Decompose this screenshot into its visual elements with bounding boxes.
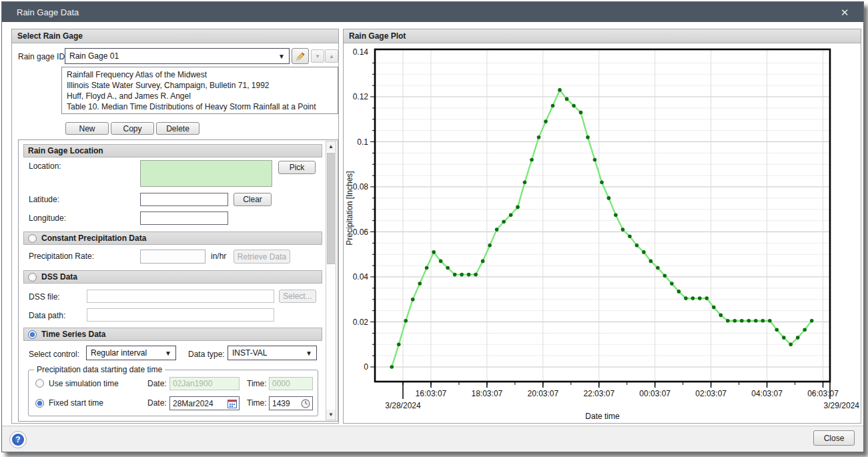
data-point-marker: [705, 296, 709, 300]
data-path-label: Data path:: [29, 311, 65, 320]
data-point-marker: [523, 181, 527, 185]
copy-button[interactable]: Copy: [111, 122, 154, 135]
data-point-marker: [439, 260, 443, 264]
plot-tick-labels: 00.020.040.060.080.10.120.1416:03:0718:0…: [345, 47, 859, 422]
plot-axes: [375, 49, 830, 382]
next-gage-button[interactable]: ▲: [325, 49, 338, 63]
sim-time-label: Time:: [247, 379, 267, 388]
chevron-down-icon: ▼: [278, 53, 285, 60]
precip-rate-unit: in/hr: [211, 252, 226, 261]
sim-date-label: Date:: [147, 379, 167, 388]
data-point-marker: [642, 250, 646, 254]
svg-text:3/28/2024: 3/28/2024: [385, 401, 421, 410]
svg-text:0.08: 0.08: [353, 182, 369, 191]
data-point-marker: [621, 227, 625, 232]
longitude-field[interactable]: [140, 211, 228, 225]
location-field[interactable]: [140, 160, 272, 187]
data-point-marker: [502, 220, 506, 224]
use-simulation-time-radio[interactable]: [35, 379, 44, 388]
data-point-marker: [446, 266, 450, 270]
data-point-marker: [628, 235, 632, 239]
precip-rate-field[interactable]: [140, 250, 205, 264]
data-point-marker: [691, 296, 695, 300]
retrieve-data-button[interactable]: Retrieve Data: [234, 250, 290, 264]
description-line: Table 10. Median Time Distributions of H…: [67, 101, 333, 112]
calendar-icon[interactable]: [228, 399, 237, 408]
svg-text:0.06: 0.06: [353, 227, 369, 237]
fixed-start-time-label: Fixed start time: [49, 398, 103, 408]
data-point-marker: [425, 266, 429, 270]
delete-button[interactable]: Delete: [156, 122, 199, 135]
dialog-footer: ? Close: [2, 426, 863, 452]
fixed-start-time-radio[interactable]: [35, 399, 44, 408]
data-point-marker: [719, 314, 723, 318]
data-point-marker: [481, 260, 485, 264]
settings-scrollbar[interactable]: ▲ ▼: [326, 141, 336, 420]
window-title: Rain Gage Data: [17, 7, 79, 17]
data-point-marker: [593, 158, 597, 162]
data-type-combobox[interactable]: INST-VAL ▼: [228, 346, 317, 360]
sim-date-field: 02Jan1900: [169, 377, 240, 390]
rain-gage-id-value: Rain Gage 01: [69, 51, 119, 61]
pick-button[interactable]: Pick: [278, 161, 316, 174]
data-point-marker: [761, 319, 765, 323]
start-datetime-group: Precipitation data starting date time Us…: [28, 370, 318, 416]
location-label: Location:: [29, 161, 61, 171]
latitude-field[interactable]: [140, 193, 228, 206]
scroll-up-icon[interactable]: ▲: [326, 141, 336, 151]
previous-gage-button[interactable]: ▼: [311, 49, 324, 63]
scroll-down-icon[interactable]: ▼: [326, 410, 336, 420]
rain-gage-plot-panel: Rain Gage Plot 00.020.040.060.080.10.120…: [343, 29, 861, 424]
select-control-combobox[interactable]: Regular interval ▼: [86, 346, 176, 360]
precipitation-line: [392, 90, 811, 367]
chevron-down-icon: ▼: [165, 350, 171, 357]
rain-gage-data-dialog: Rain Gage Data ✕ Select Rain Gage Rain g…: [1, 1, 864, 452]
data-path-field[interactable]: [87, 308, 274, 322]
data-point-marker: [614, 213, 618, 217]
sim-time-field: 0000: [269, 377, 313, 390]
constant-precip-radio[interactable]: [28, 234, 37, 243]
svg-text:Date time: Date time: [585, 412, 620, 421]
svg-text:0.12: 0.12: [353, 92, 369, 101]
fixed-time-field[interactable]: 1439: [269, 396, 313, 410]
help-button[interactable]: ?: [9, 431, 27, 448]
data-point-marker: [810, 319, 814, 323]
data-point-marker: [558, 88, 562, 92]
new-button[interactable]: New: [65, 122, 109, 135]
close-button[interactable]: Close: [813, 430, 855, 446]
data-point-marker: [390, 365, 394, 369]
constant-precip-section-header: Constant Precipitation Data: [23, 232, 322, 245]
edit-gage-button[interactable]: [292, 48, 309, 64]
longitude-label: Longitude:: [29, 213, 66, 223]
data-point-marker: [684, 296, 688, 300]
fixed-date-field[interactable]: 28Mar2024: [169, 396, 240, 410]
rain-gage-id-combobox[interactable]: Rain Gage 01 ▼: [65, 48, 290, 64]
svg-text:0.1: 0.1: [357, 137, 368, 147]
dss-radio[interactable]: [28, 273, 37, 282]
svg-text:0.14: 0.14: [353, 47, 369, 57]
clock-icon[interactable]: [301, 399, 310, 408]
plot-gridlines: [375, 49, 830, 382]
data-point-marker: [579, 111, 583, 115]
scrollbar-thumb[interactable]: [327, 153, 335, 264]
dss-select-button[interactable]: Select...: [279, 290, 316, 303]
description-line: Rainfall Frequency Atlas of the Midwest: [67, 69, 333, 80]
window-close-icon[interactable]: ✕: [838, 6, 851, 19]
timeseries-header-label: Time Series Data: [41, 330, 106, 339]
data-point-marker: [754, 319, 758, 323]
use-simulation-time-label: Use simulation time: [49, 379, 119, 388]
data-point-marker: [460, 273, 464, 277]
description-line: Huff, Floyd A., and James R. Angel: [67, 91, 333, 101]
dss-section-header: DSS Data: [23, 270, 322, 284]
clear-button[interactable]: Clear: [234, 193, 272, 206]
help-icon: ?: [12, 434, 24, 446]
description-line: Illinois State Water Survey, Champaign, …: [67, 80, 333, 91]
data-point-marker: [509, 213, 513, 217]
svg-text:00:03:07: 00:03:07: [639, 389, 671, 398]
gage-settings-scroll-area: Rain Gage Location Location: Pick Latitu…: [18, 139, 338, 422]
timeseries-section-header: Time Series Data: [23, 328, 322, 341]
data-point-marker: [530, 158, 534, 162]
data-point-marker: [747, 319, 751, 323]
timeseries-radio[interactable]: [28, 330, 37, 339]
dss-file-field[interactable]: [87, 290, 274, 303]
